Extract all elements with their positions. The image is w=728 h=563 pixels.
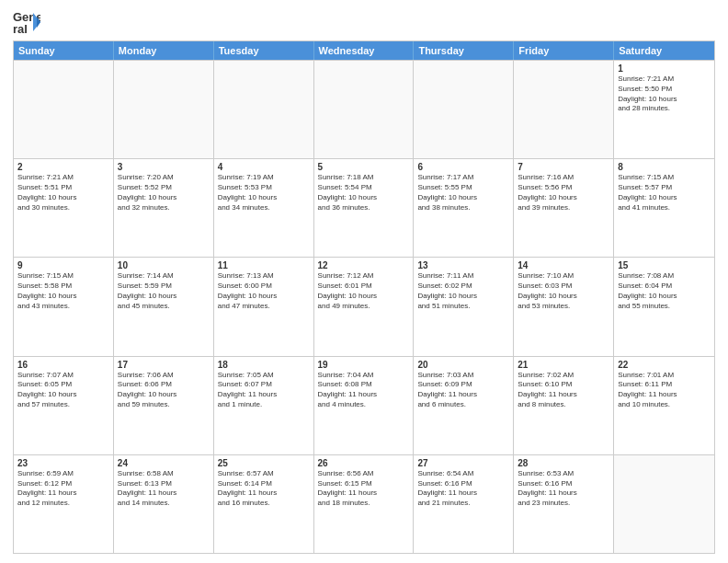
weekday-header-thursday: Thursday: [414, 41, 514, 60]
day-number: 15: [618, 260, 711, 270]
day-info: Sunrise: 7:19 AM Sunset: 5:53 PM Dayligh…: [218, 173, 310, 213]
day-number: 12: [318, 260, 410, 270]
day-info: Sunrise: 6:57 AM Sunset: 6:14 PM Dayligh…: [218, 469, 310, 509]
empty-cell-0-1: [114, 61, 214, 158]
calendar-row-1: 2Sunrise: 7:21 AM Sunset: 5:51 PM Daylig…: [14, 158, 714, 257]
day-number: 3: [118, 162, 210, 172]
calendar-row-4: 23Sunrise: 6:59 AM Sunset: 6:12 PM Dayli…: [14, 454, 714, 553]
weekday-header-friday: Friday: [514, 41, 614, 60]
day-number: 23: [17, 458, 109, 468]
day-number: 4: [218, 162, 310, 172]
day-info: Sunrise: 7:04 AM Sunset: 6:08 PM Dayligh…: [318, 371, 410, 410]
day-cell-28: 28Sunrise: 6:53 AM Sunset: 6:16 PM Dayli…: [514, 455, 614, 553]
day-number: 8: [618, 162, 711, 172]
day-number: 25: [218, 458, 310, 468]
day-cell-22: 22Sunrise: 7:01 AM Sunset: 6:11 PM Dayli…: [614, 357, 714, 454]
day-number: 1: [618, 63, 711, 74]
day-number: 10: [118, 260, 210, 270]
day-info: Sunrise: 7:14 AM Sunset: 5:59 PM Dayligh…: [118, 271, 210, 311]
day-info: Sunrise: 6:54 AM Sunset: 6:16 PM Dayligh…: [417, 469, 509, 509]
day-info: Sunrise: 7:03 AM Sunset: 6:09 PM Dayligh…: [417, 371, 509, 410]
calendar-row-2: 9Sunrise: 7:15 AM Sunset: 5:58 PM Daylig…: [14, 257, 714, 355]
calendar-header: SundayMondayTuesdayWednesdayThursdayFrid…: [14, 41, 714, 60]
day-info: Sunrise: 7:06 AM Sunset: 6:06 PM Dayligh…: [118, 371, 210, 410]
day-number: 21: [518, 360, 609, 370]
day-number: 24: [118, 458, 210, 468]
logo-icon: Gene ral: [13, 9, 40, 35]
day-cell-3: 3Sunrise: 7:20 AM Sunset: 5:52 PM Daylig…: [114, 159, 214, 257]
day-number: 6: [417, 162, 509, 172]
day-cell-25: 25Sunrise: 6:57 AM Sunset: 6:14 PM Dayli…: [214, 455, 314, 553]
day-cell-10: 10Sunrise: 7:14 AM Sunset: 5:59 PM Dayli…: [114, 258, 214, 355]
day-info: Sunrise: 7:21 AM Sunset: 5:50 PM Dayligh…: [618, 75, 711, 114]
day-number: 28: [518, 458, 609, 468]
day-number: 26: [318, 458, 410, 468]
header: Gene ral: [13, 9, 715, 35]
page: Gene ral SundayMondayTuesdayWednesdayThu…: [0, 0, 728, 563]
day-number: 19: [318, 360, 410, 370]
day-info: Sunrise: 7:13 AM Sunset: 6:00 PM Dayligh…: [218, 271, 310, 311]
day-cell-21: 21Sunrise: 7:02 AM Sunset: 6:10 PM Dayli…: [514, 357, 614, 454]
day-cell-11: 11Sunrise: 7:13 AM Sunset: 6:00 PM Dayli…: [214, 258, 314, 355]
day-cell-27: 27Sunrise: 6:54 AM Sunset: 6:16 PM Dayli…: [414, 455, 514, 553]
day-info: Sunrise: 7:21 AM Sunset: 5:51 PM Dayligh…: [17, 173, 109, 213]
calendar: SundayMondayTuesdayWednesdayThursdayFrid…: [13, 40, 715, 554]
empty-cell-0-0: [14, 61, 114, 158]
day-number: 22: [618, 360, 711, 370]
day-info: Sunrise: 7:20 AM Sunset: 5:52 PM Dayligh…: [118, 173, 210, 213]
day-info: Sunrise: 7:01 AM Sunset: 6:11 PM Dayligh…: [618, 371, 711, 410]
day-number: 18: [218, 360, 310, 370]
day-info: Sunrise: 7:17 AM Sunset: 5:55 PM Dayligh…: [417, 173, 509, 213]
calendar-row-3: 16Sunrise: 7:07 AM Sunset: 6:05 PM Dayli…: [14, 356, 714, 454]
day-cell-8: 8Sunrise: 7:15 AM Sunset: 5:57 PM Daylig…: [614, 159, 714, 257]
day-info: Sunrise: 7:15 AM Sunset: 5:57 PM Dayligh…: [618, 173, 711, 213]
day-info: Sunrise: 6:53 AM Sunset: 6:16 PM Dayligh…: [518, 469, 609, 509]
day-info: Sunrise: 7:16 AM Sunset: 5:56 PM Dayligh…: [518, 173, 609, 213]
day-cell-2: 2Sunrise: 7:21 AM Sunset: 5:51 PM Daylig…: [14, 159, 114, 257]
day-cell-16: 16Sunrise: 7:07 AM Sunset: 6:05 PM Dayli…: [14, 357, 114, 454]
calendar-body: 1Sunrise: 7:21 AM Sunset: 5:50 PM Daylig…: [14, 60, 714, 553]
day-number: 11: [218, 260, 310, 270]
day-cell-19: 19Sunrise: 7:04 AM Sunset: 6:08 PM Dayli…: [314, 357, 415, 454]
day-info: Sunrise: 7:05 AM Sunset: 6:07 PM Dayligh…: [218, 371, 310, 410]
day-info: Sunrise: 7:07 AM Sunset: 6:05 PM Dayligh…: [17, 371, 109, 410]
day-info: Sunrise: 7:02 AM Sunset: 6:10 PM Dayligh…: [518, 371, 609, 410]
day-cell-23: 23Sunrise: 6:59 AM Sunset: 6:12 PM Dayli…: [14, 455, 114, 553]
day-cell-4: 4Sunrise: 7:19 AM Sunset: 5:53 PM Daylig…: [214, 159, 314, 257]
weekday-header-sunday: Sunday: [14, 41, 114, 60]
day-cell-18: 18Sunrise: 7:05 AM Sunset: 6:07 PM Dayli…: [214, 357, 314, 454]
day-cell-24: 24Sunrise: 6:58 AM Sunset: 6:13 PM Dayli…: [114, 455, 214, 553]
day-number: 14: [518, 260, 609, 270]
day-number: 9: [17, 260, 109, 270]
weekday-header-saturday: Saturday: [614, 41, 714, 60]
svg-text:ral: ral: [13, 22, 28, 35]
day-info: Sunrise: 6:58 AM Sunset: 6:13 PM Dayligh…: [118, 469, 210, 509]
day-number: 20: [417, 360, 509, 370]
day-info: Sunrise: 6:56 AM Sunset: 6:15 PM Dayligh…: [318, 469, 410, 509]
day-number: 16: [17, 360, 109, 370]
day-cell-7: 7Sunrise: 7:16 AM Sunset: 5:56 PM Daylig…: [514, 159, 614, 257]
empty-cell-0-4: [414, 61, 514, 158]
day-cell-12: 12Sunrise: 7:12 AM Sunset: 6:01 PM Dayli…: [314, 258, 415, 355]
empty-cell-0-5: [514, 61, 614, 158]
day-cell-17: 17Sunrise: 7:06 AM Sunset: 6:06 PM Dayli…: [114, 357, 214, 454]
day-info: Sunrise: 7:08 AM Sunset: 6:04 PM Dayligh…: [618, 271, 711, 311]
day-cell-1: 1Sunrise: 7:21 AM Sunset: 5:50 PM Daylig…: [614, 61, 714, 158]
empty-cell-0-3: [314, 61, 415, 158]
day-cell-20: 20Sunrise: 7:03 AM Sunset: 6:09 PM Dayli…: [414, 357, 514, 454]
day-number: 5: [318, 162, 410, 172]
day-cell-14: 14Sunrise: 7:10 AM Sunset: 6:03 PM Dayli…: [514, 258, 614, 355]
day-info: Sunrise: 7:15 AM Sunset: 5:58 PM Dayligh…: [17, 271, 109, 311]
day-info: Sunrise: 6:59 AM Sunset: 6:12 PM Dayligh…: [17, 469, 109, 509]
day-number: 13: [417, 260, 509, 270]
day-cell-13: 13Sunrise: 7:11 AM Sunset: 6:02 PM Dayli…: [414, 258, 514, 355]
logo: Gene ral: [13, 9, 44, 35]
day-cell-5: 5Sunrise: 7:18 AM Sunset: 5:54 PM Daylig…: [314, 159, 415, 257]
day-info: Sunrise: 7:18 AM Sunset: 5:54 PM Dayligh…: [318, 173, 410, 213]
day-number: 17: [118, 360, 210, 370]
day-cell-9: 9Sunrise: 7:15 AM Sunset: 5:58 PM Daylig…: [14, 258, 114, 355]
weekday-header-wednesday: Wednesday: [314, 41, 415, 60]
day-info: Sunrise: 7:10 AM Sunset: 6:03 PM Dayligh…: [518, 271, 609, 311]
day-info: Sunrise: 7:11 AM Sunset: 6:02 PM Dayligh…: [417, 271, 509, 311]
day-info: Sunrise: 7:12 AM Sunset: 6:01 PM Dayligh…: [318, 271, 410, 311]
